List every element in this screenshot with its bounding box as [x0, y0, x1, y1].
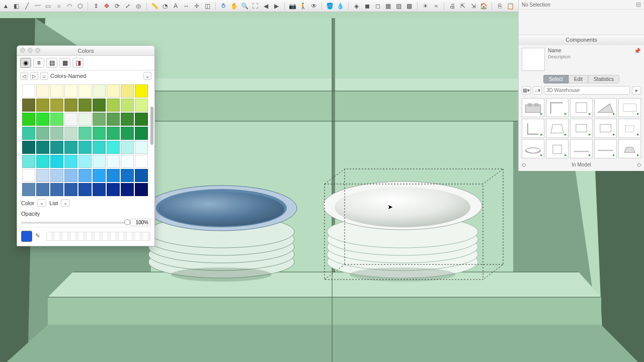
move-tool-icon[interactable]: ✥ [103, 2, 110, 10]
color-swatch[interactable] [135, 155, 148, 168]
color-swatch[interactable] [78, 169, 92, 182]
forward-icon[interactable]: ▷ [30, 72, 38, 80]
color-swatch[interactable] [36, 141, 49, 154]
color-swatch[interactable] [135, 84, 148, 98]
wire-style-icon[interactable]: ▦ [384, 2, 392, 10]
color-swatch[interactable] [78, 127, 92, 140]
color-swatch[interactable] [107, 84, 120, 98]
zoom-tool-icon[interactable]: 🔍 [241, 2, 249, 10]
text-tool-icon[interactable]: A [172, 2, 180, 10]
component-thumb[interactable]: ▸ [546, 139, 569, 158]
tab-statistics[interactable]: Statistics [588, 75, 619, 83]
rect-tool-icon[interactable]: ▭ [44, 2, 52, 10]
tab-edit[interactable]: Edit [569, 75, 588, 83]
search-input[interactable] [544, 86, 630, 95]
color-swatch[interactable] [121, 155, 134, 168]
color-swatch[interactable] [78, 183, 92, 196]
xray-style-icon[interactable]: ◈ [353, 2, 360, 10]
shaded-style-icon[interactable]: ◼ [363, 2, 371, 10]
color-swatch[interactable] [93, 113, 106, 126]
color-swatch[interactable] [93, 155, 106, 168]
pushpull-tool-icon[interactable]: ⇕ [92, 2, 100, 10]
component-thumb[interactable]: ▸ [546, 98, 569, 117]
color-swatch[interactable] [93, 169, 106, 182]
color-swatch[interactable] [50, 183, 63, 196]
paste-icon[interactable]: 📋 [507, 2, 514, 10]
pan-tool-icon[interactable]: ✋ [230, 2, 238, 10]
tab-select[interactable]: Select [543, 75, 569, 83]
walk-tool-icon[interactable]: 🚶 [299, 2, 307, 10]
color-swatch[interactable] [64, 155, 77, 168]
component-thumb[interactable]: ▸ [522, 119, 544, 138]
model-home-icon[interactable]: ⌂▾ [533, 86, 542, 95]
color-swatch[interactable] [93, 84, 106, 98]
color-swatch[interactable] [64, 113, 77, 126]
materials-tab-icon[interactable]: ◨ [72, 58, 84, 68]
prev-view-icon[interactable]: ◀ [262, 2, 270, 10]
color-swatch[interactable] [121, 127, 134, 140]
orbit-tool-icon[interactable]: ⥁ [220, 2, 227, 10]
pin-icon[interactable]: 📌 [634, 48, 641, 71]
select-tool-icon[interactable]: ▲ [2, 2, 10, 10]
color-swatch[interactable] [36, 169, 49, 182]
component-thumb[interactable]: ▸ [570, 119, 593, 138]
color-swatch[interactable] [135, 183, 148, 196]
color-swatch[interactable] [107, 113, 120, 126]
color-swatch[interactable] [135, 169, 148, 182]
color-swatch[interactable] [78, 141, 92, 154]
color-swatch[interactable] [50, 113, 63, 126]
home-icon[interactable]: ⌂ [40, 72, 48, 80]
color-swatch[interactable] [121, 84, 134, 98]
color-swatch[interactable] [135, 127, 148, 140]
prev-page-icon[interactable]: ◇ [522, 161, 526, 168]
list-select[interactable]: ⌄ [61, 199, 70, 207]
color-swatch[interactable] [50, 99, 63, 112]
rotate-tool-icon[interactable]: ⟳ [113, 2, 121, 10]
color-swatch[interactable] [50, 169, 63, 182]
component-thumb[interactable]: ▸ [618, 119, 641, 138]
scale-tool-icon[interactable]: ⤢ [124, 2, 131, 10]
color-swatch[interactable] [121, 183, 134, 196]
color-swatch[interactable] [64, 183, 77, 196]
polygon-tool-icon[interactable]: ⬡ [76, 2, 84, 10]
circle-tool-icon[interactable]: ○ [55, 2, 62, 10]
hidden-style-icon[interactable]: ◻ [374, 2, 381, 10]
component-thumb[interactable]: ▸ [594, 98, 617, 117]
export-icon[interactable]: ⇱ [459, 2, 466, 10]
colors-panel[interactable]: Colors ◉ ≡ ▤ ▦ ◨ ◁ ▷ ⌂ Colors-Named ⌄ Co… [17, 45, 155, 246]
color-swatch[interactable] [93, 127, 106, 140]
component-thumb[interactable]: ▸ [570, 98, 593, 117]
color-swatch[interactable] [107, 141, 120, 154]
color-swatch[interactable] [121, 141, 134, 154]
color-swatch[interactable] [107, 155, 120, 168]
dim-tool-icon[interactable]: ↔ [183, 2, 190, 10]
freehand-tool-icon[interactable]: 〰 [34, 2, 41, 10]
component-thumb[interactable]: ▸ [546, 119, 569, 138]
color-swatch[interactable] [78, 155, 92, 168]
color-wheel-tab-icon[interactable]: ◉ [20, 58, 31, 68]
color-swatch[interactable] [78, 113, 92, 126]
tape-tool-icon[interactable]: 📏 [150, 2, 158, 10]
arc-tool-icon[interactable]: ◠ [65, 2, 73, 10]
component-thumb[interactable]: ▸ [570, 139, 593, 158]
recent-colors-strip[interactable] [46, 232, 150, 241]
image-palette-tab-icon[interactable]: ▤ [46, 58, 57, 68]
color-swatch[interactable] [64, 99, 77, 112]
color-swatch[interactable] [36, 127, 49, 140]
line-tool-icon[interactable]: ╱ [23, 2, 31, 10]
component-thumb[interactable]: ▸ [594, 139, 617, 158]
import-icon[interactable]: ⇲ [469, 2, 477, 10]
look-tool-icon[interactable]: 👁 [310, 2, 317, 10]
color-swatch[interactable] [22, 84, 35, 98]
colors-panel-title[interactable]: Colors [17, 46, 154, 56]
color-swatch[interactable] [78, 84, 92, 98]
component-thumb[interactable]: ▸ [618, 139, 641, 158]
print-icon[interactable]: 🖨 [448, 2, 456, 10]
close-icon[interactable]: ⊟ [636, 1, 641, 8]
color-swatch[interactable] [64, 127, 77, 140]
color-swatch[interactable] [64, 84, 77, 98]
component-thumb[interactable]: ▸ [618, 98, 641, 117]
next-view-icon[interactable]: ▶ [273, 2, 280, 10]
color-select[interactable]: ⌄ [37, 199, 46, 207]
color-swatch[interactable] [107, 169, 120, 182]
